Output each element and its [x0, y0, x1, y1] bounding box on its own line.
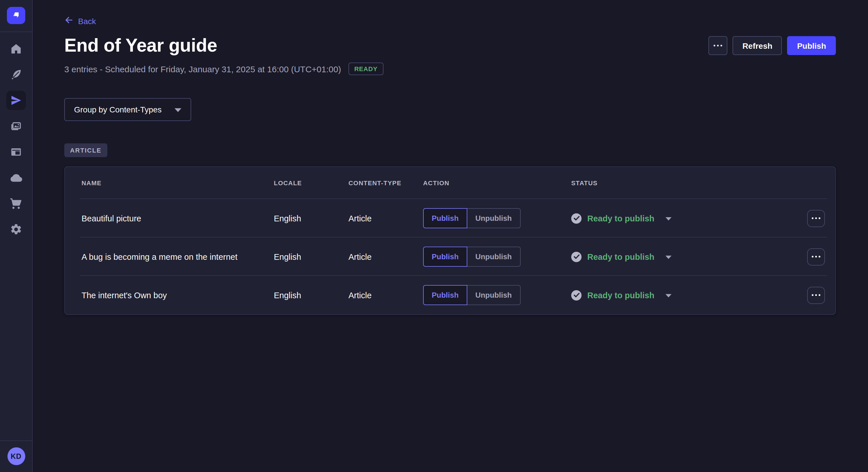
entry-status-label: Ready to publish — [587, 252, 654, 261]
chevron-down-icon — [665, 252, 672, 261]
table-row: Beautiful picture English Article Publis… — [65, 199, 835, 237]
media-library-icon — [10, 120, 22, 133]
sidebar-item-cloud[interactable] — [6, 168, 26, 188]
entry-unpublish-toggle[interactable]: Unpublish — [467, 208, 520, 228]
more-options-icon — [812, 256, 820, 258]
page-title: End of Year guide — [64, 35, 217, 56]
entry-action-toggle: Publish Unpublish — [423, 285, 520, 305]
entry-name: Beautiful picture — [82, 214, 274, 223]
more-options-icon — [812, 294, 820, 296]
refresh-button[interactable]: Refresh — [733, 36, 782, 55]
row-more-button[interactable] — [807, 286, 825, 304]
more-options-icon — [812, 217, 820, 219]
entry-action-toggle: Publish Unpublish — [423, 247, 520, 267]
entry-status: Ready to publish — [571, 213, 807, 224]
row-more-button[interactable] — [807, 248, 825, 265]
entry-action-toggle: Publish Unpublish — [423, 208, 520, 228]
column-header-locale: LOCALE — [274, 179, 348, 187]
entry-locale: English — [274, 291, 348, 300]
sidebar-item-content-manager[interactable] — [6, 65, 26, 84]
status-badge: READY — [348, 63, 383, 75]
sidebar-item-home[interactable] — [6, 39, 26, 59]
check-circle-icon — [571, 251, 582, 262]
entries-table: NAME LOCALE CONTENT-TYPE ACTION STATUS B… — [64, 166, 836, 315]
column-header-action: ACTION — [423, 179, 571, 187]
table-row: A bug is becoming a meme on the internet… — [65, 237, 835, 276]
cart-icon — [10, 197, 22, 210]
entry-locale: English — [274, 252, 348, 261]
entry-status-label: Ready to publish — [587, 214, 654, 223]
entry-status: Ready to publish — [571, 290, 807, 301]
release-more-button[interactable] — [709, 36, 727, 55]
entry-publish-toggle[interactable]: Publish — [423, 247, 467, 267]
table-body: Beautiful picture English Article Publis… — [65, 199, 835, 314]
feather-icon — [10, 68, 22, 81]
chevron-down-icon — [665, 291, 672, 299]
sidebar-item-content-type-builder[interactable] — [6, 142, 26, 162]
group-by-label: Group by Content-Types — [74, 105, 162, 114]
entry-status: Ready to publish — [571, 251, 807, 262]
paper-plane-icon — [10, 94, 22, 107]
sidebar-footer: KD — [0, 440, 32, 472]
sidebar-item-releases[interactable] — [6, 91, 26, 110]
group-badge: ARTICLE — [64, 143, 107, 157]
publish-button[interactable]: Publish — [787, 36, 836, 55]
entry-unpublish-toggle[interactable]: Unpublish — [467, 285, 520, 305]
entry-content-type: Article — [348, 252, 423, 261]
entry-content-type: Article — [348, 214, 423, 223]
sidebar-nav — [0, 39, 32, 239]
workspace-button[interactable] — [7, 7, 25, 24]
row-more-button[interactable] — [807, 210, 825, 227]
gear-icon — [10, 223, 22, 236]
check-circle-icon — [571, 290, 582, 300]
layout-icon — [10, 146, 22, 158]
more-options-icon — [714, 45, 722, 46]
entry-publish-toggle[interactable]: Publish — [423, 285, 467, 305]
table-header-row: NAME LOCALE CONTENT-TYPE ACTION STATUS — [65, 167, 835, 199]
app-window: KD Back End of Year guide Refresh Publis… — [0, 0, 868, 472]
entry-unpublish-toggle[interactable]: Unpublish — [467, 247, 520, 267]
entry-publish-toggle[interactable]: Publish — [423, 208, 467, 228]
header-actions: Refresh Publish — [709, 36, 836, 55]
entry-status-caret[interactable] — [664, 251, 673, 262]
chevron-down-icon — [665, 214, 672, 223]
sidebar-item-media-library[interactable] — [6, 116, 26, 136]
entry-name: A bug is becoming a meme on the internet — [82, 252, 274, 261]
home-icon — [10, 42, 22, 55]
column-header-name: NAME — [82, 179, 274, 187]
entry-status-caret[interactable] — [664, 213, 673, 224]
release-subtitle: 3 entries - Scheduled for Friday, Januar… — [64, 64, 341, 74]
chevron-down-icon — [174, 105, 181, 114]
entry-status-label: Ready to publish — [587, 291, 654, 300]
column-header-content-type: CONTENT-TYPE — [348, 179, 423, 187]
back-link[interactable]: Back — [64, 15, 96, 26]
strapi-logo-icon — [11, 9, 21, 22]
check-circle-icon — [571, 213, 582, 224]
entry-name: The internet's Own boy — [82, 291, 274, 300]
sidebar-item-settings[interactable] — [6, 220, 26, 239]
sidebar-divider — [0, 32, 32, 32]
table-row: The internet's Own boy English Article P… — [65, 276, 835, 314]
back-label: Back — [78, 16, 96, 26]
main-content: Back End of Year guide Refresh Publish 3… — [33, 0, 868, 472]
cloud-icon — [10, 171, 22, 184]
sidebar: KD — [0, 0, 33, 472]
sidebar-item-marketplace[interactable] — [6, 194, 26, 213]
entry-content-type: Article — [348, 291, 423, 300]
avatar[interactable]: KD — [7, 447, 25, 465]
entry-status-caret[interactable] — [664, 290, 673, 301]
arrow-left-icon — [64, 15, 73, 26]
group-by-select[interactable]: Group by Content-Types — [64, 98, 191, 121]
entry-locale: English — [274, 214, 348, 223]
column-header-status: STATUS — [571, 179, 807, 187]
